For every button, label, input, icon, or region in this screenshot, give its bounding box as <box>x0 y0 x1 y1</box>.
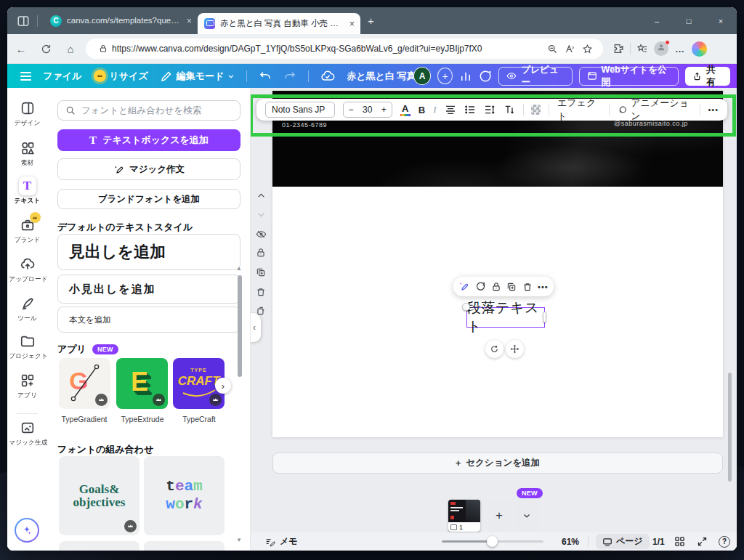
move-down-icon[interactable] <box>255 208 267 220</box>
preview-button[interactable]: プレビュー <box>498 67 572 86</box>
toolbar-more-button[interactable]: ••• <box>708 105 719 114</box>
vertical-text-button[interactable] <box>504 105 515 115</box>
sidebar-item-apps[interactable]: アプリ <box>7 372 47 400</box>
help-button[interactable]: ? <box>719 536 730 548</box>
tab-templates[interactable]: C canva.com/s/templates?query=自 × <box>44 11 198 31</box>
font-search-box[interactable] <box>57 100 240 121</box>
redo-icon[interactable] <box>283 70 296 83</box>
sidebar-item-tools[interactable]: ツール <box>7 295 47 323</box>
apps-scroll-right-button[interactable]: › <box>215 378 231 394</box>
grid-view-icon[interactable] <box>674 536 685 547</box>
comment-icon[interactable] <box>475 281 486 292</box>
app-typegradient[interactable]: G <box>59 358 110 409</box>
home-icon[interactable]: ⌂ <box>60 38 81 59</box>
add-subheading-card[interactable]: 小見出しを追加 <box>57 275 240 304</box>
file-menu[interactable]: ファイル <box>43 70 81 83</box>
font-size-value[interactable]: 30 <box>363 105 372 115</box>
canvas-scrollbar[interactable] <box>728 373 732 482</box>
publish-website-button[interactable]: Webサイトを公開 <box>579 67 679 86</box>
copilot-icon[interactable] <box>690 40 708 57</box>
tab-design-editor[interactable]: 赤と黒と白 写真 自動車 小売 ウェブ × <box>198 13 360 34</box>
add-bodytext-card[interactable]: 本文を追加 <box>57 307 240 333</box>
page-thumbnail[interactable]: 1 <box>448 500 480 532</box>
design-page[interactable] <box>272 91 723 437</box>
add-section-button[interactable]: + セクションを追加 <box>272 453 723 474</box>
line-spacing-button[interactable] <box>484 105 496 115</box>
fullscreen-icon[interactable] <box>697 536 708 547</box>
expand-pages-button[interactable] <box>515 500 538 532</box>
notes-button[interactable]: メモ <box>265 535 298 548</box>
new-tab-button[interactable]: + <box>368 15 374 27</box>
minimize-button[interactable]: – <box>641 7 673 34</box>
tab-actions-icon[interactable] <box>17 15 30 28</box>
font-family-select[interactable]: Noto Sans JP <box>265 102 335 118</box>
add-member-button[interactable]: + <box>437 68 453 84</box>
align-center-button[interactable] <box>445 105 456 115</box>
hide-eye-icon[interactable] <box>255 228 267 240</box>
favorites-hub-icon[interactable] <box>633 40 652 57</box>
menu-icon[interactable] <box>20 72 31 81</box>
font-size-decrease[interactable]: − <box>349 105 354 115</box>
font-size-increase[interactable]: + <box>381 105 387 115</box>
magic-write-button[interactable]: マジック作文 <box>57 158 240 180</box>
app-typeextrude[interactable]: E <box>116 358 168 409</box>
sidebar-item-elements[interactable]: 素材 <box>7 139 47 168</box>
trash-icon[interactable] <box>522 282 533 292</box>
transparency-button[interactable] <box>531 105 541 115</box>
more-options-button[interactable]: ••• <box>538 283 549 291</box>
resize-menu[interactable]: リサイズ <box>94 70 148 83</box>
combo-tile-partial[interactable] <box>144 541 225 551</box>
add-page-button[interactable]: + <box>488 500 511 532</box>
share-button[interactable]: 共有 <box>685 67 730 86</box>
rotate-handle[interactable] <box>485 340 504 358</box>
edit-mode-menu[interactable]: 編集モード <box>160 70 235 83</box>
bold-button[interactable]: B <box>418 105 425 115</box>
italic-button[interactable]: I <box>433 104 436 115</box>
sidebar-item-design[interactable]: デザイン <box>7 100 47 128</box>
profile-avatar[interactable] <box>652 40 671 57</box>
panel-collapse-button[interactable]: ‹ <box>251 313 261 342</box>
document-title[interactable]: 赤と黒と白 写真 自動車 小売 ウェブ <box>347 70 413 83</box>
lock-icon[interactable] <box>255 247 267 259</box>
move-up-icon[interactable] <box>255 190 267 201</box>
sidebar-item-uploads[interactable]: アップロード <box>7 256 47 284</box>
extensions-icon[interactable] <box>609 40 628 57</box>
magic-edit-icon[interactable] <box>458 281 469 292</box>
pages-view-button[interactable]: ページ <box>596 534 650 549</box>
combo-goals-objectives[interactable]: Goals& objectives <box>59 456 140 535</box>
trash-icon[interactable] <box>255 286 267 298</box>
maximize-button[interactable]: □ <box>673 7 705 34</box>
assistant-sparkle-button[interactable] <box>15 518 39 543</box>
url-field[interactable]: https://www.canva.com/design/DAGpT_1YfjQ… <box>86 38 603 59</box>
account-avatar[interactable]: A <box>413 67 431 85</box>
tab-close-icon[interactable]: × <box>187 17 192 25</box>
zoom-slider-thumb[interactable] <box>487 536 498 547</box>
panel-scrollbar[interactable] <box>238 275 242 377</box>
favorite-star-icon[interactable] <box>578 41 596 57</box>
text-color-button[interactable]: A <box>400 104 411 116</box>
lock-icon[interactable] <box>491 282 501 292</box>
read-aloud-icon[interactable] <box>561 41 578 57</box>
add-textbox-button[interactable]: T テキストボックスを追加 <box>57 129 240 151</box>
combo-teamwork[interactable]: team work <box>144 456 225 535</box>
panel-scroll-down-icon[interactable]: ▼ <box>236 537 242 543</box>
close-button[interactable]: × <box>705 7 737 34</box>
sidebar-item-projects[interactable]: プロジェクト <box>7 333 47 361</box>
back-icon[interactable]: ← <box>10 38 32 59</box>
resize-handle[interactable] <box>462 303 470 311</box>
search-input[interactable] <box>81 105 232 115</box>
duplicate-icon[interactable] <box>506 282 517 292</box>
insights-icon[interactable] <box>459 70 472 83</box>
side-resize-handle[interactable] <box>543 312 546 322</box>
animation-button[interactable]: アニメーション <box>618 97 692 123</box>
sidebar-item-text[interactable]: T テキスト <box>7 177 47 206</box>
zoom-out-icon[interactable] <box>543 41 561 57</box>
add-brand-font-button[interactable]: ブランドフォントを追加 <box>57 189 240 209</box>
combo-tile-partial[interactable] <box>59 541 140 551</box>
browser-menu-icon[interactable]: … <box>671 40 690 57</box>
duplicate-icon[interactable] <box>255 267 267 278</box>
panel-scroll-up-icon[interactable]: ▲ <box>236 265 242 272</box>
sidebar-item-brand[interactable]: ブランド <box>7 216 47 245</box>
undo-icon[interactable] <box>259 70 272 83</box>
tab-close-icon[interactable]: × <box>349 20 355 28</box>
